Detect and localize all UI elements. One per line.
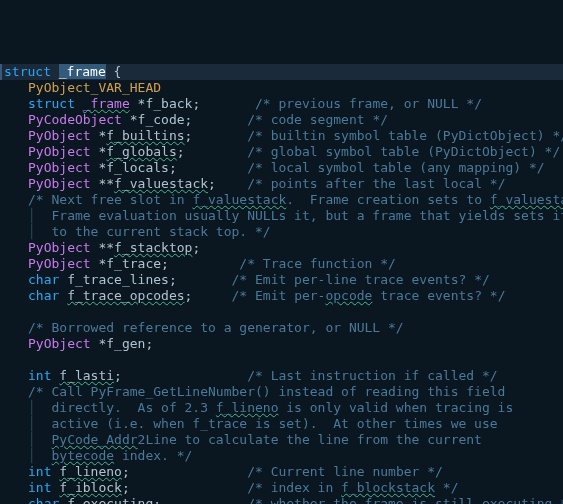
code-line[interactable]: int f_iblock; /* index in f_blockstack *… — [0, 480, 563, 496]
code-token: ; — [122, 464, 247, 479]
code-token: f_lasti — [59, 368, 114, 383]
code-line[interactable] — [0, 304, 563, 320]
code-line[interactable]: char f_trace_lines; /* Emit per-line tra… — [0, 272, 563, 288]
code-line[interactable]: PyCodeObject *f_code; /* code segment */ — [0, 112, 563, 128]
code-token — [59, 288, 67, 303]
code-token: │ — [28, 416, 36, 431]
code-line[interactable]: PyObject *f_builtins; /* builtin symbol … — [0, 128, 563, 144]
code-token: /* Current line number */ — [247, 464, 443, 479]
code-line[interactable]: struct _frame *f_back; /* previous frame… — [0, 96, 563, 112]
code-token: *f_back; — [130, 96, 255, 111]
code-token: *f_code; — [122, 112, 247, 127]
code-token: to the current stack top. */ — [36, 224, 271, 239]
code-token: PyObject — [28, 176, 91, 191]
code-token: int — [28, 368, 51, 383]
code-token: ** — [91, 240, 114, 255]
code-token: f_valuestack — [114, 176, 208, 191]
code-token: * — [91, 144, 107, 159]
code-token: *f_gen; — [91, 336, 154, 351]
code-line[interactable]: PyObject **f_stacktop; — [0, 240, 563, 256]
code-token: /* Emit per- — [232, 288, 326, 303]
code-token: PyCodeObject — [28, 112, 122, 127]
code-token: PyObject — [28, 160, 91, 175]
code-token: /* builtin symbol table (PyDictObject) *… — [247, 128, 563, 143]
code-line[interactable]: │ directly. As of 2.3 f_lineno is only v… — [0, 400, 563, 416]
code-token: f_valuestack — [192, 192, 286, 207]
code-line[interactable]: /* Borrowed reference to a generator, or… — [0, 320, 563, 336]
code-token — [36, 448, 52, 463]
code-line[interactable]: PyObject *f_trace; /* Trace function */ — [0, 256, 563, 272]
code-token: int — [28, 480, 51, 495]
code-token: f_lineno — [216, 400, 279, 415]
code-token — [75, 96, 83, 111]
code-token: │ — [28, 224, 36, 239]
code-token: char — [28, 272, 59, 287]
code-line[interactable]: │ to the current stack top. */ — [0, 224, 563, 240]
code-token: f_globals — [106, 144, 176, 159]
code-token: │ — [28, 400, 36, 415]
code-token: char — [28, 288, 59, 303]
code-token: *f_trace; — [91, 256, 240, 271]
code-token — [51, 64, 59, 79]
code-token: /* index in — [247, 480, 341, 495]
code-token: f_stacktop — [114, 240, 192, 255]
code-line[interactable]: PyObject *f_globals; /* global symbol ta… — [0, 144, 563, 160]
code-token: ; — [192, 240, 200, 255]
code-token: directly. As of 2.3 — [36, 400, 216, 415]
code-token: char — [28, 496, 59, 504]
code-token: /* Trace function */ — [239, 256, 396, 271]
code-token: f_executing; — [59, 496, 247, 504]
code-token: trace events? */ — [372, 288, 505, 303]
code-token: f_trace_lines; — [59, 272, 231, 287]
code-token: . Frame creation sets to — [286, 192, 490, 207]
code-token: f_builtins — [106, 128, 184, 143]
code-line[interactable]: int f_lineno; /* Current line number */ — [0, 464, 563, 480]
code-line[interactable]: char f_executing; /* whether the frame i… — [0, 496, 563, 504]
code-token: /* code segment */ — [247, 112, 388, 127]
code-token: /* whether the frame is still executing … — [247, 496, 563, 504]
code-token: index. */ — [114, 448, 192, 463]
code-token: struct — [4, 64, 51, 79]
code-token: │ — [28, 208, 36, 223]
code-token: /* previous frame, or NULL */ — [255, 96, 482, 111]
code-token: │ — [28, 448, 36, 463]
code-token: /* Last instruction if called */ — [247, 368, 497, 383]
code-line[interactable]: │ Frame evaluation usually NULLs it, but… — [0, 208, 563, 224]
code-line[interactable]: char f_trace_opcodes; /* Emit per-opcode… — [0, 288, 563, 304]
code-line[interactable]: PyObject *f_gen; — [0, 336, 563, 352]
code-line[interactable]: /* Next free slot in f_valuestack. Frame… — [0, 192, 563, 208]
code-line[interactable]: │ bytecode index. */ — [0, 448, 563, 464]
code-token: opcode — [325, 288, 372, 303]
code-token: /* points after the last local */ — [247, 176, 505, 191]
code-line[interactable]: /* Call PyFrame_GetLineNumber() instead … — [0, 384, 563, 400]
code-token: f_lineno — [59, 464, 122, 479]
code-token: /* global symbol table (PyDictObject) */ — [247, 144, 560, 159]
code-token: PyCode_Addr — [51, 432, 137, 447]
code-token: /* Call PyFrame_GetLineNumber() instead … — [28, 384, 505, 399]
code-token: PyObject_VAR_HEAD — [28, 80, 161, 95]
code-token: _frame — [83, 96, 130, 111]
code-token: int — [28, 464, 51, 479]
code-line[interactable] — [0, 352, 563, 368]
code-token: /* Next free slot in — [28, 192, 192, 207]
code-line[interactable]: PyObject_VAR_HEAD — [0, 80, 563, 96]
code-editor[interactable]: struct _frame {PyObject_VAR_HEADstruct _… — [0, 64, 563, 504]
code-line[interactable]: struct _frame { — [0, 64, 563, 80]
code-token: _frame — [59, 64, 106, 79]
code-line[interactable]: │ PyCode_Addr2Line to calculate the line… — [0, 432, 563, 448]
code-token: PyObject — [28, 240, 91, 255]
code-token: bytecode — [51, 448, 114, 463]
code-token: ** — [91, 176, 114, 191]
code-token: PyObject — [28, 336, 91, 351]
code-token: * — [91, 128, 107, 143]
code-token: 2Line to calculate the line from the cur… — [138, 432, 482, 447]
code-token: struct — [28, 96, 75, 111]
code-line[interactable]: │ active (i.e. when f_trace is set). At … — [0, 416, 563, 432]
code-token: PyObject — [28, 144, 91, 159]
code-line[interactable]: PyObject *f_locals; /* local symbol tabl… — [0, 160, 563, 176]
code-token: ; — [177, 144, 247, 159]
code-line[interactable]: PyObject **f_valuestack; /* points after… — [0, 176, 563, 192]
code-line[interactable]: int f_lasti; /* Last instruction if call… — [0, 368, 563, 384]
code-token: ; — [185, 128, 248, 143]
code-token: f_trace_opcodes — [67, 288, 184, 303]
